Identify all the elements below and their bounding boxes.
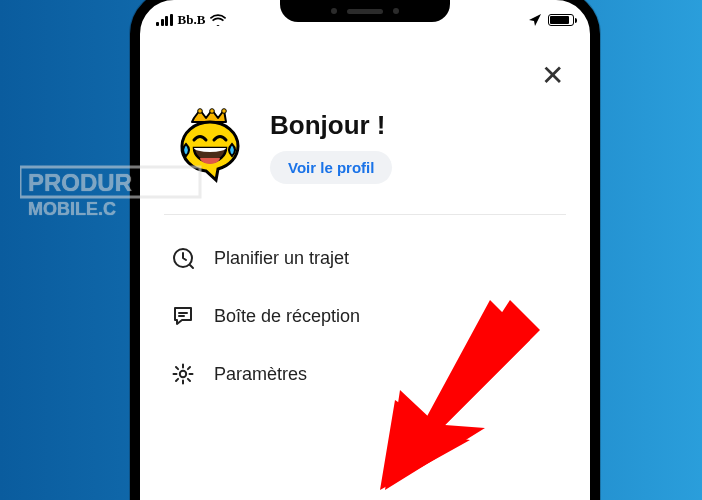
gear-icon	[170, 361, 196, 387]
watermark: PRODUR MOBILE.C	[20, 165, 220, 225]
watermark-line1: PRODUR	[28, 169, 132, 196]
svg-point-2	[210, 109, 215, 114]
menu-label-settings: Paramètres	[214, 364, 307, 385]
view-profile-button[interactable]: Voir le profil	[270, 151, 392, 184]
menu-label-plan: Planifier un trajet	[214, 248, 349, 269]
close-icon: ✕	[541, 62, 564, 90]
menu-list: Planifier un trajet Boîte de réception	[140, 223, 590, 403]
greeting-text: Bonjour !	[270, 110, 560, 141]
divider	[164, 214, 566, 215]
clock-icon	[170, 245, 196, 271]
chat-icon	[170, 303, 196, 329]
svg-point-1	[198, 109, 203, 114]
menu-item-settings[interactable]: Paramètres	[140, 345, 590, 403]
phone-frame: Bb.B ✕	[130, 0, 600, 500]
wifi-icon	[210, 14, 226, 26]
svg-point-3	[222, 109, 227, 114]
watermark-line2: MOBILE.C	[28, 199, 116, 219]
battery-icon	[548, 14, 574, 26]
menu-label-inbox: Boîte de réception	[214, 306, 360, 327]
close-button[interactable]: ✕	[538, 62, 566, 90]
location-arrow-icon	[528, 13, 542, 27]
svg-point-5	[180, 371, 186, 377]
carrier-label: Bb.B	[178, 12, 206, 28]
menu-item-inbox[interactable]: Boîte de réception	[140, 287, 590, 345]
menu-item-plan-trip[interactable]: Planifier un trajet	[140, 229, 590, 287]
phone-notch	[280, 0, 450, 22]
signal-icon	[156, 14, 173, 26]
view-profile-label: Voir le profil	[288, 159, 374, 176]
app-panel: ✕	[140, 34, 590, 500]
